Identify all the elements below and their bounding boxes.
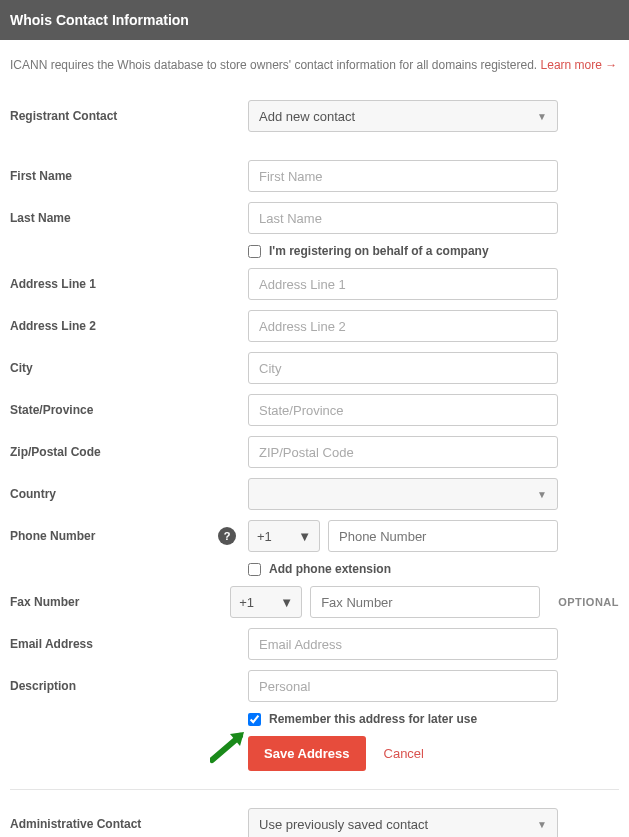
svg-marker-0	[230, 732, 244, 746]
extension-checkbox[interactable]	[248, 563, 261, 576]
email-input[interactable]	[248, 628, 558, 660]
company-checkbox[interactable]	[248, 245, 261, 258]
learn-more-link[interactable]: Learn more →	[541, 58, 618, 72]
optional-tag: OPTIONAL	[558, 596, 619, 608]
cancel-link[interactable]: Cancel	[384, 746, 424, 761]
row-state: State/Province	[10, 394, 619, 426]
row-last-name: Last Name	[10, 202, 619, 234]
first-name-input[interactable]	[248, 160, 558, 192]
phone-code-select[interactable]: +1 ▼	[248, 520, 320, 552]
label-description: Description	[10, 679, 248, 693]
intro-body: ICANN requires the Whois database to sto…	[10, 58, 537, 72]
row-address2: Address Line 2	[10, 310, 619, 342]
admin-title: Administrative Contact	[10, 817, 248, 831]
company-checkbox-label: I'm registering on behalf of a company	[269, 244, 489, 258]
button-row: Save Address Cancel	[248, 736, 619, 771]
address1-input[interactable]	[248, 268, 558, 300]
label-zip: Zip/Postal Code	[10, 445, 248, 459]
label-phone: Phone Number ?	[10, 527, 248, 545]
registrant-title: Registrant Contact	[10, 109, 248, 123]
save-button[interactable]: Save Address	[248, 736, 366, 771]
zip-input[interactable]	[248, 436, 558, 468]
label-country: Country	[10, 487, 248, 501]
country-select[interactable]: ▼	[248, 478, 558, 510]
label-first-name: First Name	[10, 169, 248, 183]
section-divider	[10, 789, 619, 790]
address2-input[interactable]	[248, 310, 558, 342]
label-state: State/Province	[10, 403, 248, 417]
label-fax: Fax Number	[10, 595, 230, 609]
city-input[interactable]	[248, 352, 558, 384]
registrant-title-row: Registrant Contact Add new contact ▼	[10, 100, 619, 132]
label-address1: Address Line 1	[10, 277, 248, 291]
state-input[interactable]	[248, 394, 558, 426]
label-phone-text: Phone Number	[10, 529, 95, 543]
last-name-input[interactable]	[248, 202, 558, 234]
intro-text: ICANN requires the Whois database to sto…	[10, 58, 619, 72]
chevron-down-icon: ▼	[537, 111, 547, 122]
admin-contact-value: Use previously saved contact	[259, 817, 428, 832]
content-area: ICANN requires the Whois database to sto…	[0, 40, 629, 837]
row-first-name: First Name	[10, 160, 619, 192]
label-last-name: Last Name	[10, 211, 248, 225]
row-fax: Fax Number +1 ▼ OPTIONAL	[10, 586, 619, 618]
fax-code-value: +1	[239, 595, 254, 610]
contact-select-value: Add new contact	[259, 109, 355, 124]
remember-checkbox[interactable]	[248, 713, 261, 726]
admin-title-row: Administrative Contact Use previously sa…	[10, 808, 619, 837]
chevron-down-icon: ▼	[537, 819, 547, 830]
admin-contact-select[interactable]: Use previously saved contact ▼	[248, 808, 558, 837]
row-address1: Address Line 1	[10, 268, 619, 300]
company-checkbox-row: I'm registering on behalf of a company	[248, 244, 619, 258]
phone-code-value: +1	[257, 529, 272, 544]
extension-checkbox-row: Add phone extension	[248, 562, 619, 576]
fax-code-select[interactable]: +1 ▼	[230, 586, 302, 618]
phone-input[interactable]	[328, 520, 558, 552]
row-email: Email Address	[10, 628, 619, 660]
page-header: Whois Contact Information	[0, 0, 629, 40]
remember-checkbox-row: Remember this address for later use	[248, 712, 619, 726]
fax-input[interactable]	[310, 586, 540, 618]
row-city: City	[10, 352, 619, 384]
row-phone: Phone Number ? +1 ▼	[10, 520, 619, 552]
row-zip: Zip/Postal Code	[10, 436, 619, 468]
chevron-down-icon: ▼	[537, 489, 547, 500]
remember-checkbox-label: Remember this address for later use	[269, 712, 477, 726]
label-address2: Address Line 2	[10, 319, 248, 333]
label-email: Email Address	[10, 637, 248, 651]
label-city: City	[10, 361, 248, 375]
page-title: Whois Contact Information	[10, 12, 619, 28]
contact-select[interactable]: Add new contact ▼	[248, 100, 558, 132]
row-country: Country ▼	[10, 478, 619, 510]
chevron-down-icon: ▼	[280, 595, 293, 610]
annotation-arrow-icon	[210, 730, 250, 764]
description-input[interactable]	[248, 670, 558, 702]
help-icon[interactable]: ?	[218, 527, 236, 545]
row-description: Description	[10, 670, 619, 702]
chevron-down-icon: ▼	[298, 529, 311, 544]
extension-checkbox-label: Add phone extension	[269, 562, 391, 576]
